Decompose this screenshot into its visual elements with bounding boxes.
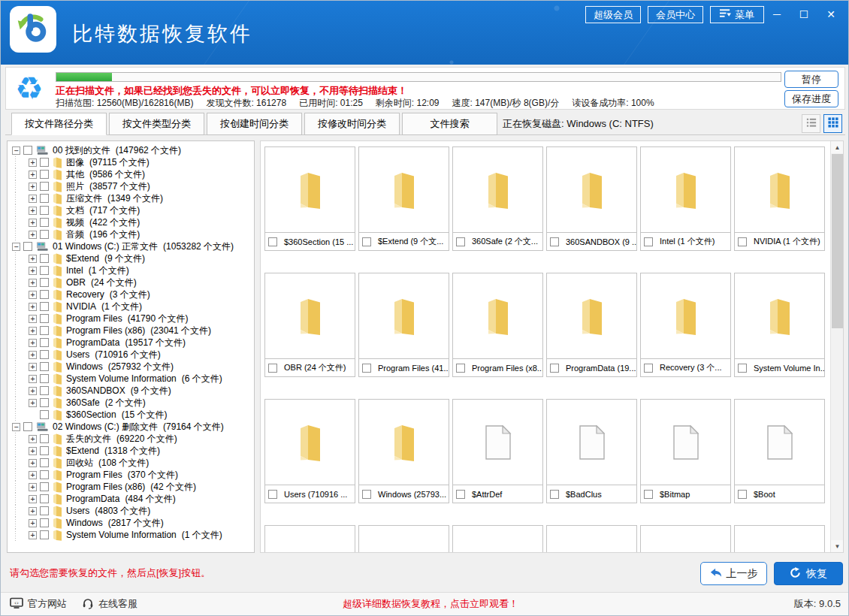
expand-icon[interactable]: + xyxy=(29,327,37,335)
expand-icon[interactable]: + xyxy=(29,459,37,467)
card-checkbox[interactable] xyxy=(644,237,653,246)
tree-checkbox[interactable] xyxy=(40,470,49,479)
tree-checkbox[interactable] xyxy=(40,290,49,299)
file-card[interactable]: $AttrDef xyxy=(452,399,543,503)
tree-checkbox[interactable] xyxy=(40,374,49,383)
card-checkbox[interactable] xyxy=(268,490,277,499)
tree-node[interactable]: −02 Windows (C:) 删除文件(79164 个文件) xyxy=(9,421,252,433)
tree-node[interactable]: −01 Windows (C:) 正常文件(1053282 个文件) xyxy=(9,240,252,252)
expand-icon[interactable]: + xyxy=(29,483,37,491)
expand-icon[interactable]: + xyxy=(29,507,37,515)
tree-checkbox[interactable] xyxy=(40,194,49,203)
expand-icon[interactable]: + xyxy=(29,471,37,479)
file-card[interactable]: OBR (24 个文件) xyxy=(264,273,355,377)
tree-node[interactable]: +$Extend(9 个文件) xyxy=(9,252,252,264)
tree-checkbox[interactable] xyxy=(40,218,49,227)
save-progress-button[interactable]: 保存进度 xyxy=(784,90,838,107)
tree-checkbox[interactable] xyxy=(40,254,49,263)
tree-node[interactable]: $360Section(15 个文件) xyxy=(9,409,252,421)
tree-node[interactable]: +Program Files (x86)(42 个文件) xyxy=(9,481,252,493)
card-checkbox[interactable] xyxy=(362,237,371,246)
tree-node[interactable]: −00 找到的文件(147962 个文件) xyxy=(9,144,252,156)
card-checkbox[interactable] xyxy=(738,490,747,499)
maximize-icon[interactable]: ☐ xyxy=(794,5,814,23)
card-checkbox[interactable] xyxy=(738,237,747,246)
super-member-button[interactable]: 超级会员 xyxy=(585,6,641,23)
collapse-icon[interactable]: − xyxy=(12,146,20,155)
close-icon[interactable]: ✕ xyxy=(821,5,841,23)
expand-icon[interactable]: + xyxy=(29,255,37,263)
tab-4[interactable]: 文件搜索 xyxy=(402,113,497,135)
expand-icon[interactable]: + xyxy=(29,399,37,407)
tree-node[interactable]: +文档(717 个文件) xyxy=(9,204,252,216)
tree-checkbox[interactable] xyxy=(40,398,49,407)
expand-icon[interactable]: + xyxy=(29,231,37,239)
expand-icon[interactable]: + xyxy=(29,159,37,167)
tree-node[interactable]: +Recovery(3 个文件) xyxy=(9,288,252,300)
file-card[interactable]: Users (710916 ... xyxy=(264,399,355,503)
official-site-link[interactable]: ‹› 官方网站 xyxy=(10,593,67,615)
card-checkbox[interactable] xyxy=(362,364,371,373)
tree-node[interactable]: +$Extend(1318 个文件) xyxy=(9,445,252,457)
minimize-icon[interactable]: ─ xyxy=(767,5,787,23)
tree-checkbox[interactable] xyxy=(40,482,49,491)
tree-checkbox[interactable] xyxy=(40,158,49,167)
menu-button[interactable]: 菜单 xyxy=(710,6,764,23)
file-card[interactable]: System Volume In... xyxy=(734,273,825,377)
collapse-icon[interactable]: − xyxy=(12,243,20,251)
scrollbar[interactable]: ▲ ▼ xyxy=(830,141,843,552)
tree-checkbox[interactable] xyxy=(40,230,49,239)
tree-node[interactable]: +回收站(108 个文件) xyxy=(9,457,252,469)
tree-node[interactable]: +压缩文件(1349 个文件) xyxy=(9,192,252,204)
tree-node[interactable]: +NVIDIA(1 个文件) xyxy=(9,300,252,313)
tree-checkbox[interactable] xyxy=(40,362,49,371)
tree-checkbox[interactable] xyxy=(40,518,49,527)
tree-node[interactable]: +360SANDBOX(9 个文件) xyxy=(9,385,252,397)
tree-node[interactable]: +Program Files(370 个文件) xyxy=(9,469,252,481)
tree-checkbox[interactable] xyxy=(40,170,49,179)
tree-checkbox[interactable] xyxy=(40,386,49,395)
expand-icon[interactable]: + xyxy=(29,447,37,455)
recover-button[interactable]: 恢复 xyxy=(774,562,843,585)
scroll-down-icon[interactable]: ▼ xyxy=(831,540,844,552)
expand-icon[interactable]: + xyxy=(29,195,37,203)
card-checkbox[interactable] xyxy=(268,364,277,373)
tutorial-link[interactable]: 超级详细数据恢复教程，点击立即观看！ xyxy=(343,593,518,615)
tree-checkbox[interactable] xyxy=(40,266,49,275)
file-card[interactable]: 360SANDBOX (9 ... xyxy=(546,146,637,251)
file-card[interactable]: 360Safe (2 个文... xyxy=(452,146,543,251)
tree-node[interactable]: +OBR(24 个文件) xyxy=(9,276,252,288)
tab-2[interactable]: 按创建时间分类 xyxy=(207,113,302,135)
online-support-link[interactable]: 在线客服 xyxy=(82,593,137,615)
tree-node[interactable]: +System Volume Information(1 个文件) xyxy=(9,529,252,541)
tree-node[interactable]: +视频(422 个文件) xyxy=(9,216,252,228)
file-card[interactable]: $360Section (15 ... xyxy=(264,146,355,251)
scrollbar-thumb[interactable] xyxy=(832,154,843,328)
file-card[interactable]: Program Files (x8... xyxy=(452,273,543,377)
tree-checkbox[interactable] xyxy=(40,314,49,323)
tree-checkbox[interactable] xyxy=(40,302,49,311)
tree-checkbox[interactable] xyxy=(23,146,32,155)
tree-checkbox[interactable] xyxy=(40,410,49,419)
expand-icon[interactable]: + xyxy=(29,315,37,323)
card-checkbox[interactable] xyxy=(268,237,277,246)
tree-node[interactable]: +Intel(1 个文件) xyxy=(9,264,252,276)
expand-icon[interactable]: + xyxy=(29,267,37,275)
file-card[interactable]: Windows (25793... xyxy=(358,399,449,503)
expand-icon[interactable]: + xyxy=(29,363,37,371)
tab-3[interactable]: 按修改时间分类 xyxy=(304,113,400,135)
collapse-icon[interactable]: − xyxy=(12,423,20,431)
expand-icon[interactable]: + xyxy=(29,375,37,383)
tree-node[interactable]: +Users(710916 个文件) xyxy=(9,349,252,361)
scroll-up-icon[interactable]: ▲ xyxy=(831,141,844,153)
file-card[interactable]: $Bitmap xyxy=(640,399,731,503)
tree-checkbox[interactable] xyxy=(40,206,49,215)
tree-checkbox[interactable] xyxy=(40,494,49,503)
tree-node[interactable]: +Windows(2817 个文件) xyxy=(9,517,252,529)
expand-icon[interactable]: + xyxy=(29,519,37,527)
tree-checkbox[interactable] xyxy=(40,458,49,467)
card-checkbox[interactable] xyxy=(362,490,371,499)
tab-0[interactable]: 按文件路径分类 xyxy=(11,113,107,135)
previous-step-button[interactable]: 上一步 xyxy=(700,562,767,585)
member-center-button[interactable]: 会员中心 xyxy=(648,6,703,23)
